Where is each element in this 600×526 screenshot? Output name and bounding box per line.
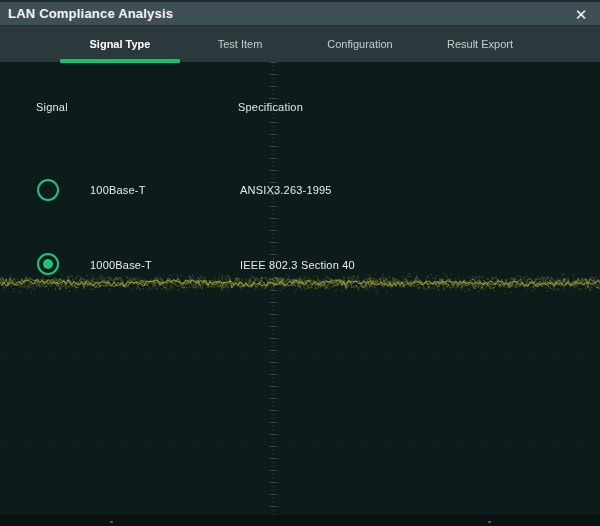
signal-label-100base-t: 100Base-T [90, 184, 146, 196]
active-tab-indicator [60, 59, 180, 63]
graticule-hline [0, 359, 600, 360]
tab-result-export[interactable]: Result Export [420, 26, 540, 62]
dialog-title: LAN Compliance Analysis [8, 2, 173, 25]
radio-dot [43, 259, 53, 269]
column-header-signal: Signal [36, 101, 68, 113]
radio-100base-t[interactable] [37, 179, 59, 201]
dialog-tabbar: Signal Type Test Item Configuration Resu… [0, 26, 600, 62]
dialog-titlebar: LAN Compliance Analysis ✕ [0, 0, 600, 26]
column-header-specification: Specification [238, 101, 303, 113]
tab-signal-type[interactable]: Signal Type [60, 26, 180, 62]
radio-1000base-t[interactable] [37, 253, 59, 275]
signal-label-1000base-t: 1000Base-T [90, 259, 152, 271]
graticule-hline [0, 441, 600, 442]
specification-label-100base-t: ANSIX3.263-1995 [240, 184, 332, 196]
tab-configuration[interactable]: Configuration [300, 26, 420, 62]
specification-label-1000base-t: IEEE 802.3 Section 40 [240, 259, 355, 271]
bottom-marker [488, 521, 491, 523]
bottom-marker [110, 521, 113, 523]
oscilloscope-screen: LAN Compliance Analysis ✕ Signal Type Te… [0, 0, 600, 526]
graticule-center-ticks [269, 62, 278, 515]
close-button[interactable]: ✕ [562, 2, 600, 26]
graticule-hline [0, 113, 600, 114]
close-icon: ✕ [575, 7, 588, 22]
tab-test-item[interactable]: Test Item [180, 26, 300, 62]
bottom-bar [0, 515, 600, 526]
